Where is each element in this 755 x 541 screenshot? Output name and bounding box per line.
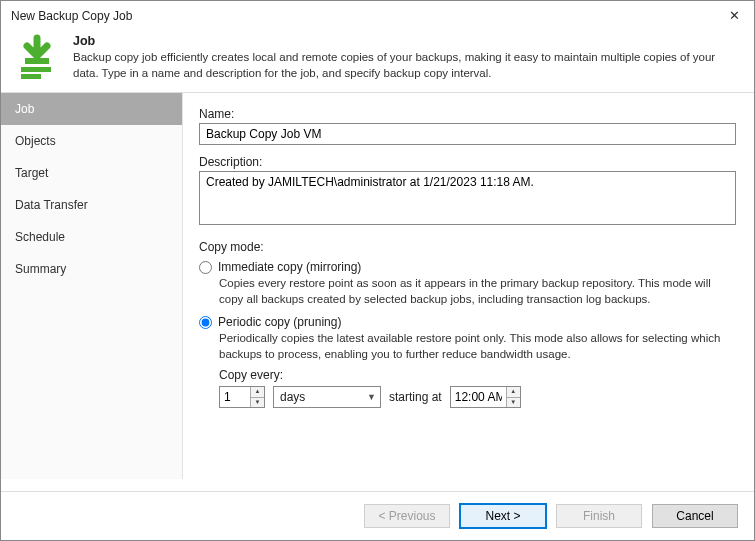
sidebar-item-schedule[interactable]: Schedule [1,221,182,253]
sidebar-item-job[interactable]: Job [1,93,182,125]
close-icon[interactable]: ✕ [723,6,746,25]
window-title: New Backup Copy Job [11,9,132,23]
name-field[interactable] [199,123,736,145]
next-button[interactable]: Next > [460,504,546,528]
start-time-stepper[interactable]: ▲▼ [450,386,521,408]
copy-every-label: Copy every: [219,368,736,382]
finish-button: Finish [556,504,642,528]
previous-button: < Previous [364,504,450,528]
copymode-label: Copy mode: [199,240,736,254]
sidebar-item-data-transfer[interactable]: Data Transfer [1,189,182,221]
interval-spin-buttons[interactable]: ▲▼ [250,387,264,407]
interval-unit-value: days [280,390,305,404]
chevron-down-icon: ▼ [367,392,376,402]
sidebar-item-summary[interactable]: Summary [1,253,182,285]
description-field[interactable] [199,171,736,225]
name-label: Name: [199,107,736,121]
job-backup-icon [13,34,61,82]
main-panel: Name: Description: Copy mode: Immediate … [183,93,754,479]
wizard-steps: Job Objects Target Data Transfer Schedul… [1,93,183,479]
radio-immediate-copy[interactable] [199,261,212,274]
radio-immediate-desc: Copies every restore point as soon as it… [219,276,736,307]
interval-value[interactable] [220,387,250,407]
cancel-button[interactable]: Cancel [652,504,738,528]
sidebar-item-target[interactable]: Target [1,157,182,189]
sidebar-item-objects[interactable]: Objects [1,125,182,157]
radio-periodic-copy[interactable] [199,316,212,329]
wizard-header: Job Backup copy job efficiently creates … [1,28,754,93]
interval-unit-select[interactable]: days ▼ [273,386,381,408]
header-title: Job [73,34,95,48]
titlebar: New Backup Copy Job ✕ [1,1,754,28]
wizard-footer: < Previous Next > Finish Cancel [1,491,754,540]
interval-stepper[interactable]: ▲▼ [219,386,265,408]
svg-rect-1 [21,74,41,79]
radio-periodic-label: Periodic copy (pruning) [218,315,341,329]
start-time-value[interactable] [451,387,506,407]
starting-at-label: starting at [389,390,442,404]
svg-rect-0 [21,67,51,72]
radio-immediate-label: Immediate copy (mirroring) [218,260,361,274]
header-subtitle: Backup copy job efficiently creates loca… [73,50,742,81]
radio-periodic-desc: Periodically copies the latest available… [219,331,736,362]
description-label: Description: [199,155,736,169]
start-time-spin-buttons[interactable]: ▲▼ [506,387,520,407]
